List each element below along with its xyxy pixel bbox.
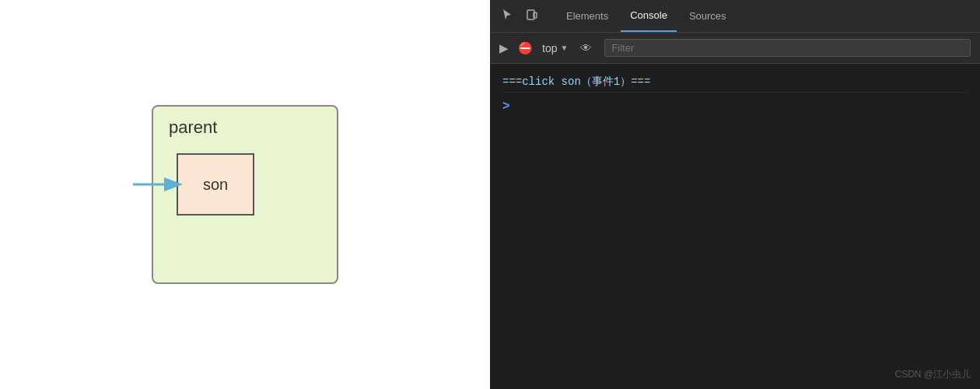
console-toolbar: ▶ ⛔ top ▼ 👁 (490, 33, 980, 64)
left-panel: parent son (0, 0, 490, 389)
eye-icon[interactable]: 👁 (580, 41, 592, 54)
tab-icon-group (498, 5, 541, 27)
context-label: top (542, 42, 557, 54)
context-selector[interactable]: top ▼ (542, 42, 568, 54)
console-line-1: ===click son（事件1）=== (502, 72, 968, 93)
devtools-panel: Elements Console Sources ▶ ⛔ top ▼ 👁 ===… (490, 0, 980, 389)
tab-console[interactable]: Console (621, 0, 677, 32)
console-prompt[interactable]: > (502, 99, 968, 113)
son-box[interactable]: son (177, 153, 254, 216)
cursor-icon[interactable] (498, 5, 516, 27)
filter-input[interactable] (604, 39, 971, 57)
watermark: CSDN @江小虫儿 (894, 368, 971, 381)
prompt-arrow-icon: > (502, 99, 509, 113)
console-output: ===click son（事件1）=== > (490, 64, 980, 389)
context-dropdown-arrow: ▼ (560, 44, 568, 52)
devtools-tabbar: Elements Console Sources (490, 0, 980, 33)
son-label: son (203, 176, 228, 194)
parent-label: parent (169, 117, 326, 138)
svg-rect-3 (534, 12, 537, 18)
click-arrow (133, 173, 187, 196)
run-icon[interactable]: ▶ (499, 41, 509, 55)
device-icon[interactable] (523, 5, 541, 27)
stop-icon[interactable]: ⛔ (518, 41, 533, 55)
parent-box[interactable]: parent son (152, 105, 338, 284)
tab-sources[interactable]: Sources (680, 0, 736, 32)
tab-elements[interactable]: Elements (557, 0, 618, 32)
